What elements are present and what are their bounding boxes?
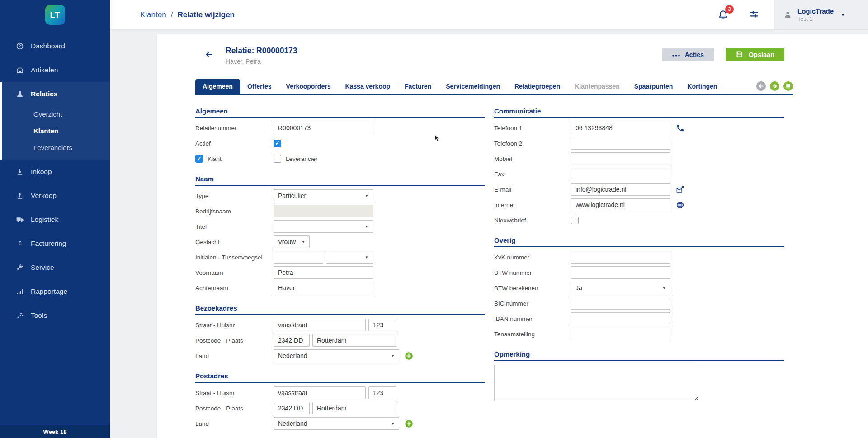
sidebar-item-inkoop[interactable]: Inkoop (0, 160, 110, 184)
download-icon (15, 168, 24, 176)
settings-button[interactable] (749, 9, 760, 21)
caret-down-icon: ▼ (365, 255, 368, 259)
field-label-postcode-plaats: Postcode - Plaats (195, 405, 243, 412)
tab-verkooporders[interactable]: Verkooporders (279, 79, 338, 94)
internet-input[interactable] (571, 198, 670, 211)
type-select[interactable]: Particulier▼ (274, 189, 373, 202)
postcode-plaats-2-input[interactable] (312, 334, 397, 347)
klant-checkbox[interactable]: ✓ (195, 155, 203, 163)
straat-huisnr-2-input[interactable] (368, 319, 396, 331)
notifications-button[interactable]: 3 (717, 9, 729, 21)
checkbox-label-klant: Klant (208, 155, 222, 162)
achternaam-input[interactable] (274, 282, 373, 294)
relatienummer-input[interactable] (274, 122, 373, 134)
user-menu[interactable]: LogicTrade Test 1 ▼ (774, 0, 868, 29)
section-title-naam: Naam (195, 175, 485, 186)
tab-scroll-prev-button[interactable] (756, 81, 766, 91)
form-row-fax: Fax (494, 168, 784, 180)
telefoon-1-input[interactable] (571, 122, 670, 134)
telefoon-2-input[interactable] (571, 137, 670, 150)
actions-button-label: Acties (685, 51, 704, 58)
actief-checkbox[interactable]: ✓ (274, 140, 281, 147)
logictrade-logo[interactable]: LT (45, 5, 65, 25)
sidebar-item-artikelen[interactable]: Artikelen (0, 58, 110, 82)
caret-down-icon: ▼ (391, 354, 395, 358)
voornaam-input[interactable] (274, 266, 373, 279)
tab-algemeen[interactable]: Algemeen (195, 79, 240, 94)
phone-icon (676, 124, 684, 132)
tab-facturen[interactable]: Facturen (397, 79, 439, 94)
notification-badge: 3 (725, 5, 734, 14)
nieuwsbrief-checkbox[interactable] (571, 217, 579, 224)
e-mail-input[interactable] (571, 183, 670, 196)
sidebar-item-verkoop[interactable]: Verkoop (0, 184, 110, 207)
sidebar-item-facturering[interactable]: €Facturering (0, 231, 110, 255)
save-button[interactable]: Opslaan (726, 48, 784, 61)
opmerking-textarea[interactable] (494, 365, 698, 401)
actions-button[interactable]: Acties (662, 48, 714, 61)
tab-offertes[interactable]: Offertes (240, 79, 279, 94)
straat-huisnr-input[interactable] (274, 319, 366, 331)
dashboard-icon (15, 42, 24, 50)
bedrijfsnaam-input[interactable] (274, 205, 373, 217)
postcode-plaats-input[interactable] (274, 402, 310, 414)
sidebar-item-relaties[interactable]: Relaties (2, 82, 110, 106)
straat-huisnr-2-input[interactable] (368, 386, 396, 399)
sidebar-subitem-overzicht[interactable]: Overzicht (2, 106, 110, 122)
truck-icon (15, 215, 24, 224)
sidebar-item-tools[interactable]: Tools (0, 303, 110, 327)
add-circle-icon (405, 352, 413, 360)
sidebar-item-rapportage[interactable]: Rapportage (0, 279, 110, 303)
geslacht-select[interactable]: Vrouw▼ (274, 235, 310, 248)
initialen-tussenvoegsel-input[interactable] (274, 251, 323, 264)
fax-input[interactable] (571, 168, 670, 180)
sidebar-item-logistiek[interactable]: Logistiek (0, 207, 110, 231)
user-name: LogicTrade (797, 7, 834, 15)
form-row-postcode-plaats: Postcode - Plaats (195, 402, 485, 414)
tab-kassa-verkoop[interactable]: Kassa verkoop (338, 79, 397, 94)
save-icon (736, 50, 743, 59)
sidebar-group-verkoop: Verkoop (0, 184, 110, 207)
tab-list-button[interactable] (783, 81, 793, 91)
btw-berekenen-select[interactable]: Ja▼ (571, 282, 670, 294)
tab-scroll-next-button[interactable] (769, 81, 780, 91)
kvk-nummer-input[interactable] (571, 251, 670, 264)
breadcrumb-parent[interactable]: Klanten (140, 10, 166, 19)
initialen-tussenvoegsel-2-select[interactable]: ▼ (326, 251, 373, 264)
save-button-label: Opslaan (749, 51, 774, 58)
straat-huisnr-input[interactable] (274, 386, 366, 399)
iban-nummer-input[interactable] (571, 312, 670, 325)
bic-nummer-input[interactable] (571, 297, 670, 310)
form-row-telefoon-1: Telefoon 1 (494, 122, 784, 134)
person-icon (15, 90, 24, 98)
btw-nummer-input[interactable] (571, 266, 670, 279)
back-button[interactable] (204, 50, 214, 59)
tab-klantenpassen[interactable]: Klantenpassen (567, 79, 627, 94)
form-row-relatienummer: Relatienummer (195, 122, 485, 134)
postcode-plaats-2-input[interactable] (312, 402, 397, 414)
field-label-relatienummer: Relatienummer (195, 125, 237, 132)
euro-icon: € (15, 240, 24, 248)
form-row-checkbox-pair: ✓KlantLeverancier (195, 152, 485, 165)
add-circle-icon (405, 419, 413, 428)
user-text: LogicTrade Test 1 (797, 7, 834, 22)
sidebar-subitem-leveranciers[interactable]: Leveranciers (2, 139, 110, 156)
postcode-plaats-input[interactable] (274, 334, 310, 347)
tenaamstelling-input[interactable] (571, 328, 670, 340)
tab-relatiegroepen[interactable]: Relatiegroepen (507, 79, 567, 94)
mobiel-input[interactable] (571, 152, 670, 165)
geslacht-selected-value: Vrouw (278, 238, 296, 245)
sidebar-subitem-klanten[interactable]: Klanten (2, 122, 110, 139)
leverancier-checkbox[interactable] (274, 155, 281, 163)
sidebar-item-service[interactable]: Service (0, 255, 110, 279)
caret-down-icon: ▼ (365, 194, 368, 198)
tab-kortingen[interactable]: Kortingen (680, 79, 724, 94)
land-select[interactable]: Nederland▼ (274, 417, 399, 430)
sidebar-item-dashboard[interactable]: Dashboard (0, 34, 110, 58)
section-title-bezoekadres: Bezoekadres (195, 304, 485, 315)
land-select[interactable]: Nederland▼ (274, 349, 399, 362)
field-label-tenaamstelling: Tenaamstelling (494, 331, 535, 338)
tab-spaarpunten[interactable]: Spaarpunten (627, 79, 680, 94)
tab-servicemeldingen[interactable]: Servicemeldingen (439, 79, 507, 94)
titel-select[interactable]: ▼ (274, 220, 373, 233)
